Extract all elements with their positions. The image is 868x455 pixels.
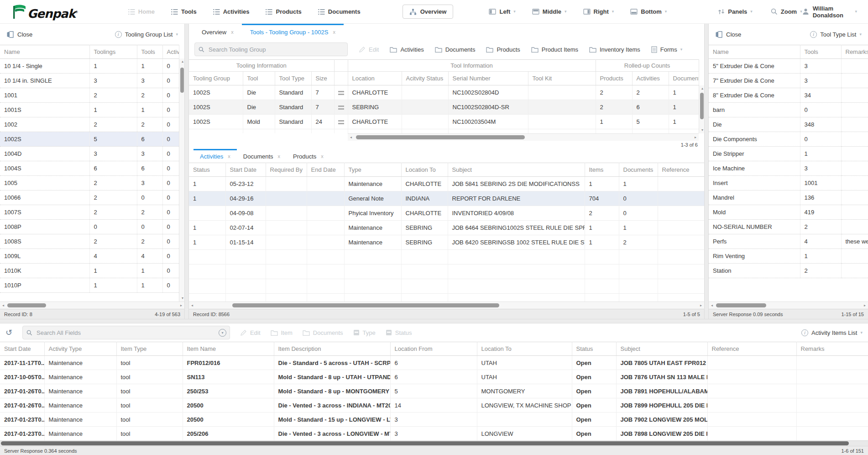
table-row[interactable]: 2017-01-26T0...Maintenancetool250/253Mol… bbox=[0, 384, 868, 398]
column-header-location-from[interactable]: Location From bbox=[390, 342, 477, 356]
scroll-right-icon[interactable] bbox=[862, 302, 868, 309]
column-header-activities[interactable]: Activities bbox=[162, 45, 179, 59]
tab-close-icon[interactable] bbox=[228, 154, 230, 159]
column-header-activities[interactable]: Activities bbox=[632, 72, 669, 85]
column-header-start-date[interactable]: Start Date bbox=[0, 342, 44, 356]
undo-icon[interactable] bbox=[5, 328, 12, 337]
table-row[interactable]: 2017-01-23T0...Maintenancetool205/206Die… bbox=[0, 427, 868, 441]
table-row[interactable]: Die348 bbox=[709, 117, 868, 132]
table-row[interactable]: 1001S110 bbox=[0, 103, 179, 117]
table-row[interactable]: 1009L440 bbox=[0, 249, 179, 264]
scrollbar-thumb[interactable] bbox=[716, 303, 766, 307]
documents-button[interactable]: Documents bbox=[435, 46, 476, 53]
tab-close-icon[interactable] bbox=[321, 154, 324, 159]
column-header-tools[interactable]: Tools bbox=[800, 45, 841, 59]
table-row[interactable]: Rim Venting1 bbox=[709, 249, 868, 264]
tab-tools-tooling-group-1002s[interactable]: Tools - Tooling Group - 1002S bbox=[242, 24, 344, 39]
column-header-item-name[interactable]: Item Name bbox=[183, 342, 274, 356]
vertical-scrollbar[interactable] bbox=[699, 85, 704, 133]
table-row[interactable]: 8" Extruder Die & Cone34 bbox=[709, 88, 868, 103]
scroll-down-icon[interactable] bbox=[699, 127, 704, 133]
search-input[interactable] bbox=[194, 42, 348, 56]
scroll-up-icon[interactable] bbox=[179, 58, 184, 65]
table-row[interactable]: 2017-11-17T0...MaintenancetoolFPR012/016… bbox=[0, 356, 868, 370]
zoom-dropdown[interactable]: Zoom bbox=[771, 8, 802, 15]
table-row[interactable]: 104-29-16General NoteINDIANAREPORT FOR D… bbox=[189, 191, 704, 206]
column-header-status[interactable]: Status bbox=[572, 342, 616, 356]
table-row[interactable]: 10 1/4 in. SINGLE330 bbox=[0, 74, 179, 88]
table-row[interactable]: 10 1/4 - Single110 bbox=[0, 59, 179, 74]
table-row[interactable]: 2017-01-26T0...Maintenancetool20500Die -… bbox=[0, 398, 868, 413]
activities-button[interactable]: Activities bbox=[390, 46, 424, 53]
scroll-left-icon[interactable] bbox=[709, 302, 715, 309]
table-row[interactable]: 1004D330 bbox=[0, 147, 179, 161]
search-options-icon[interactable] bbox=[219, 329, 226, 337]
column-header-item-description[interactable]: Item Description bbox=[274, 342, 390, 356]
table-row[interactable]: 1007S220 bbox=[0, 205, 179, 220]
item-button[interactable]: Item bbox=[271, 329, 293, 336]
scrollbar-thumb[interactable] bbox=[7, 303, 46, 307]
product-items-button[interactable]: Product Items bbox=[531, 46, 578, 53]
column-header-documents[interactable]: Documents bbox=[619, 163, 658, 177]
scroll-right-icon[interactable] bbox=[698, 302, 704, 309]
tab-overview[interactable]: Overview bbox=[193, 24, 242, 39]
column-header-tools[interactable]: Tools bbox=[137, 45, 162, 59]
table-row[interactable]: 101-15-14MaintenanceSEBRINGJOB 6420 SEBR… bbox=[189, 235, 704, 250]
column-header-tooling-group[interactable]: Tooling Group bbox=[189, 72, 243, 85]
documents-button[interactable]: Documents bbox=[303, 329, 343, 336]
table-row[interactable]: Mandrel136 bbox=[709, 190, 868, 205]
menu-activities[interactable]: Activities bbox=[213, 8, 250, 15]
column-header-items[interactable]: Items bbox=[585, 163, 619, 177]
tab-close-icon[interactable] bbox=[231, 30, 234, 35]
table-row[interactable]: 102-07-14MaintenanceSEBRINGJOB 6464 SEBR… bbox=[189, 221, 704, 235]
column-header-acitvity-status[interactable]: Acitvity Status bbox=[402, 72, 448, 85]
table-row[interactable]: Insert1001 bbox=[709, 176, 868, 190]
column-header-status[interactable]: Status bbox=[189, 163, 225, 177]
table-row[interactable]: 2017-10-05T0...MaintenancetoolSN113Mold … bbox=[0, 370, 868, 384]
column-header-size[interactable]: Size bbox=[311, 72, 334, 85]
menu-documents[interactable]: Documents bbox=[318, 8, 361, 15]
table-row[interactable]: 1008P000 bbox=[0, 220, 179, 234]
column-header-toolings[interactable]: Toolings bbox=[89, 45, 137, 59]
column-header-tool-kit[interactable]: Tool Kit bbox=[528, 72, 596, 85]
status-button[interactable]: Status bbox=[386, 329, 412, 336]
column-header-serial-number[interactable]: Serial Number bbox=[448, 72, 528, 85]
column-header-item-type[interactable]: Item Type bbox=[116, 342, 183, 356]
row-drag-handle-icon[interactable] bbox=[334, 85, 348, 100]
table-row[interactable]: Station2 bbox=[709, 264, 868, 278]
horizontal-scrollbar[interactable] bbox=[0, 440, 868, 446]
table-row[interactable]: 105-23-12MaintenanceCHARLOTTEJOB 5841 SE… bbox=[189, 177, 704, 191]
table-row[interactable]: 10066200 bbox=[0, 190, 179, 205]
table-row[interactable]: 7" Extruder Die & Cone3 bbox=[709, 74, 868, 88]
scroll-up-icon[interactable] bbox=[699, 85, 704, 92]
column-header-subject[interactable]: Subject bbox=[448, 163, 585, 177]
scroll-left-icon[interactable] bbox=[0, 302, 6, 309]
table-row[interactable]: 1010P110 bbox=[0, 278, 179, 293]
column-header-tool[interactable]: Tool bbox=[243, 72, 275, 85]
layout-bottom-dropdown[interactable]: Bottom bbox=[630, 8, 667, 15]
table-row[interactable]: 1005230 bbox=[0, 176, 179, 190]
scrollbar-thumb[interactable] bbox=[700, 93, 704, 119]
tab-activities[interactable]: Activities bbox=[193, 149, 237, 163]
table-row[interactable]: Die Stripper1 bbox=[709, 147, 868, 161]
tab-close-icon[interactable] bbox=[333, 30, 335, 35]
column-header-end-date[interactable]: End Date bbox=[307, 163, 344, 177]
scroll-down-icon[interactable] bbox=[179, 295, 184, 302]
scrollbar-thumb[interactable] bbox=[232, 303, 499, 307]
table-row[interactable]: 1002SDieStandard7SEBRINGNC1002S02804D-SR… bbox=[189, 100, 699, 115]
inventory-items-button[interactable]: Inventory Items bbox=[589, 46, 640, 53]
table-row[interactable]: NO-SERIAL NUMBER2 bbox=[709, 220, 868, 234]
table-row[interactable]: 1001220 bbox=[0, 88, 179, 103]
layout-left-dropdown[interactable]: Left bbox=[489, 8, 515, 15]
table-row[interactable]: 1010K110 bbox=[0, 264, 179, 278]
table-row[interactable]: barn0 bbox=[709, 103, 868, 117]
menu-tools[interactable]: Tools bbox=[171, 8, 197, 15]
horizontal-scrollbar[interactable] bbox=[189, 302, 704, 309]
overview-button[interactable]: Overview bbox=[403, 5, 454, 19]
table-row[interactable]: 04-09-08Phyical InventoryCHARLOTTEINVENT… bbox=[189, 206, 704, 221]
table-row[interactable]: Die Components0 bbox=[709, 132, 868, 147]
close-button[interactable]: Close bbox=[6, 31, 32, 38]
scroll-right-icon[interactable] bbox=[178, 302, 184, 309]
info-icon[interactable] bbox=[810, 31, 817, 38]
table-row[interactable]: 1002220 bbox=[0, 117, 179, 132]
